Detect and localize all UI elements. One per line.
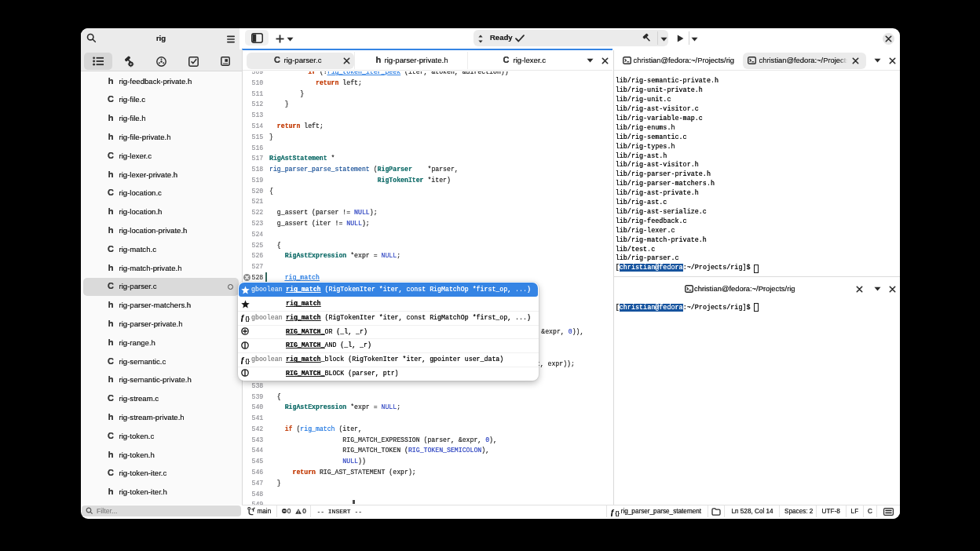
svg-text:f: f — [241, 313, 245, 322]
svg-text:{}: {} — [615, 509, 620, 516]
svg-text:f: f — [611, 508, 615, 516]
svg-text:f: f — [241, 356, 245, 364]
svg-text:{}: {} — [245, 356, 250, 363]
svg-text:{}: {} — [245, 315, 250, 322]
